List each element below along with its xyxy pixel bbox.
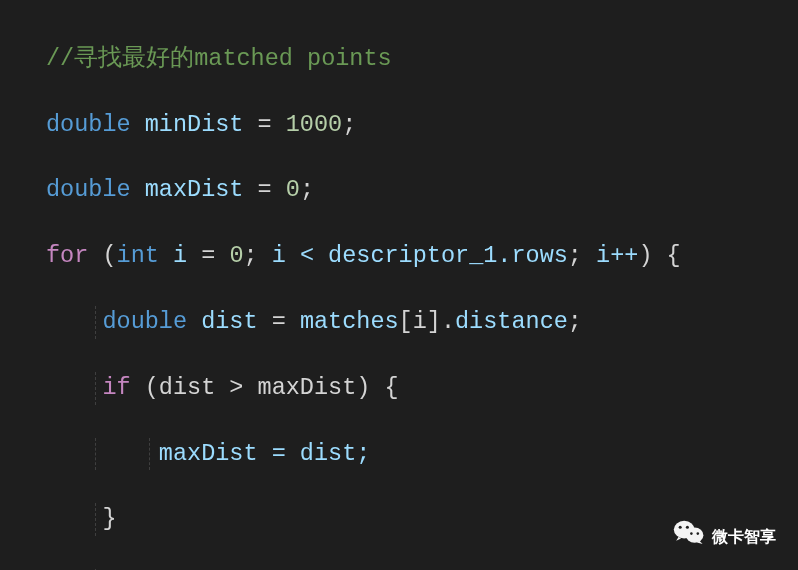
wechat-icon xyxy=(673,519,705,556)
comment-text: //寻找最好的matched points xyxy=(46,45,392,72)
watermark-text: 微卡智享 xyxy=(712,526,776,548)
code-line: double maxDist = 0; xyxy=(0,174,798,207)
code-line: //寻找最好的matched points xyxy=(0,43,798,76)
svg-point-3 xyxy=(686,526,689,529)
code-block: //寻找最好的matched points double minDist = 1… xyxy=(0,0,798,570)
code-line: maxDist = dist; xyxy=(0,438,798,471)
svg-point-2 xyxy=(679,526,682,529)
svg-point-5 xyxy=(697,532,700,535)
code-line: double dist = matches[i].distance; xyxy=(0,306,798,339)
code-line: if (dist > maxDist) { xyxy=(0,372,798,405)
code-line: for (int i = 0; i < descriptor_1.rows; i… xyxy=(0,240,798,273)
code-line: double minDist = 1000; xyxy=(0,109,798,142)
svg-point-4 xyxy=(690,532,693,535)
watermark: 微卡智享 xyxy=(673,519,776,556)
svg-point-1 xyxy=(686,528,704,543)
